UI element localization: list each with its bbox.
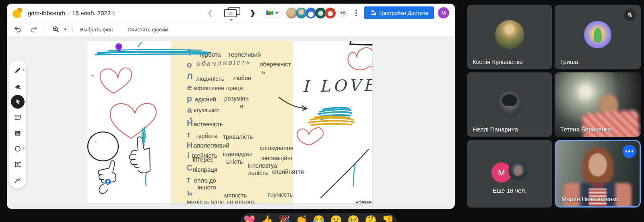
- mic-off-icon: [627, 12, 633, 18]
- reaction-thumbs-up[interactable]: 👍: [261, 216, 273, 222]
- reaction-party[interactable]: 🎉: [278, 216, 290, 222]
- choose-background-button[interactable]: Выбрать фон: [78, 27, 114, 33]
- zoom-dropdown-caret[interactable]: [64, 29, 67, 31]
- acrostic-footer: милість одне до одного,: [187, 198, 256, 204]
- more-participants-tile[interactable]: M Ещё 18 чел.: [467, 140, 552, 208]
- avatar[interactable]: [296, 8, 307, 18]
- collaborator-pin-purple: [116, 43, 122, 53]
- reaction-laugh[interactable]: 😂: [313, 216, 325, 222]
- collaborator-overflow-count[interactable]: +8: [337, 8, 348, 18]
- acrostic-word: обережніст: [260, 61, 291, 68]
- acrostic-word: людяність: [196, 76, 224, 82]
- avatar: [496, 91, 523, 117]
- acrostic-letter: а: [187, 105, 192, 114]
- clear-frame-button[interactable]: Очистить фрейм: [126, 27, 170, 33]
- laser-pointer-tool-button[interactable]: [11, 173, 25, 187]
- acrostic-word: індивідуал: [223, 151, 252, 158]
- handwriting-i-love: I LOVE: [302, 76, 372, 95]
- acrostic-word: ктуальніст: [194, 108, 219, 113]
- acrostic-word: епло до: [194, 177, 216, 184]
- previous-frame-button[interactable]: ❮: [207, 9, 213, 17]
- acrostic-word: аполегливий: [194, 142, 229, 149]
- header-actions: +8 Настройки Доступа M: [263, 6, 449, 19]
- participant-name: Гриша: [560, 58, 578, 65]
- frame-selector[interactable]: 1/1: [224, 8, 239, 18]
- text-box-tool-button[interactable]: [11, 158, 25, 171]
- acrostic-word: іншого: [198, 184, 216, 191]
- share-settings-button[interactable]: Настройки Доступа: [364, 6, 434, 19]
- jamboard-header: gdm-fbbs-mrh – 16 нояб. 2023 г. ❮ 1/1 ❯: [7, 4, 455, 23]
- acrostic-word: розумінн: [224, 95, 249, 102]
- meet-presentation-menu[interactable]: [263, 8, 282, 18]
- acrostic-word: інтерес: [193, 156, 213, 163]
- acrostic-word: турбота: [196, 133, 217, 140]
- toolbar-divider: [120, 25, 120, 33]
- acrostic-letter: о: [187, 60, 192, 69]
- acrostic-letter: т: [186, 130, 190, 138]
- whiteboard-frame[interactable]: Т о Л е р а Н т Н і С т ь Турбота терпел…: [87, 41, 372, 204]
- tool-palette: [9, 60, 26, 189]
- next-frame-button[interactable]: ❯: [250, 9, 256, 17]
- shape-tool-button[interactable]: [11, 142, 25, 156]
- reaction-cry[interactable]: 😢: [347, 216, 359, 222]
- acrostic-word: Турбота: [198, 51, 221, 58]
- reaction-surprised[interactable]: 😮: [330, 216, 342, 222]
- avatar: [508, 161, 528, 180]
- google-meet-icon: [266, 10, 273, 16]
- acrostic-word: інноваційні: [261, 155, 292, 162]
- pen-tool-button[interactable]: [11, 64, 25, 77]
- avatar[interactable]: [305, 8, 316, 18]
- sticky-note-tool-button[interactable]: [11, 111, 25, 124]
- participant-tile[interactable]: Ксенія Кульшенко: [467, 5, 552, 69]
- account-avatar[interactable]: M: [438, 7, 449, 18]
- eraser-tool-button[interactable]: [11, 79, 25, 93]
- jamboard-toolbar: Выбрать фон Очистить фрейм: [7, 23, 455, 37]
- chevron-down-icon: [275, 12, 279, 14]
- acrostic-letter: Т: [187, 48, 192, 57]
- more-options-button[interactable]: [352, 7, 360, 19]
- redo-button[interactable]: [29, 24, 39, 35]
- participant-tile[interactable]: Неллі Панарина: [467, 72, 552, 137]
- select-tool-button[interactable]: [11, 95, 25, 109]
- jamboard-canvas-area: Т о Л е р а Н т Н і С т ь Турбота терпел…: [7, 37, 455, 209]
- acrostic-letter: і: [187, 151, 190, 159]
- share-settings-label: Настройки Доступа: [380, 10, 428, 16]
- acrostic-word: льність: [248, 170, 268, 177]
- image-tool-button[interactable]: [11, 126, 25, 140]
- mic-muted-badge: [624, 9, 636, 21]
- document-title: gdm-fbbs-mrh – 16 нояб. 2023 г.: [28, 10, 116, 16]
- acrostic-word: ь: [190, 115, 192, 121]
- reaction-heart[interactable]: 💖: [244, 216, 256, 222]
- acrostic-word: ефективна праця: [194, 85, 243, 92]
- tile-options-button[interactable]: [623, 145, 636, 158]
- acrostic-letter: е: [187, 83, 192, 91]
- stacked-avatars: M: [491, 161, 528, 183]
- more-participants-label: Ещё 18 чел.: [467, 187, 552, 194]
- participant-grid: Ксенія Кульшенко Гриша Неллі Панарина Те…: [467, 5, 641, 208]
- participant-tile[interactable]: Тетяна Борисенко: [555, 72, 641, 137]
- participant-name: Мария Нечепоренко: [561, 195, 618, 202]
- zoom-button[interactable]: [51, 24, 61, 35]
- frame-navigation: ❮ 1/1 ❯: [207, 4, 256, 23]
- acrostic-word: адісний: [195, 96, 216, 103]
- participant-tile[interactable]: Гриша: [555, 5, 641, 69]
- toolbar-divider: [72, 25, 73, 33]
- acrostic-letter: Л: [187, 72, 193, 80]
- reaction-clap[interactable]: 👏: [295, 216, 308, 222]
- reaction-thumbs-down[interactable]: 👎: [382, 216, 394, 222]
- avatar[interactable]: [315, 8, 326, 18]
- acrostic-letter: С: [186, 163, 192, 172]
- participant-tile-active[interactable]: Мария Нечепоренко: [555, 140, 641, 208]
- chevron-down-icon: [229, 19, 233, 21]
- collaborator-pin-blue: [105, 179, 111, 185]
- toolbar-divider: [45, 25, 45, 33]
- avatar[interactable]: [325, 8, 336, 18]
- acrostic-letter: т: [186, 175, 190, 184]
- reaction-thinking[interactable]: 🤔: [365, 216, 377, 222]
- avatar[interactable]: [286, 8, 297, 18]
- clipped-word: нтерес: [355, 199, 372, 204]
- acrostic-word: спілкування: [260, 145, 293, 152]
- jamboard-logo-icon: [12, 8, 22, 18]
- acrostic-letter: Н: [186, 141, 192, 149]
- undo-button[interactable]: [12, 24, 23, 35]
